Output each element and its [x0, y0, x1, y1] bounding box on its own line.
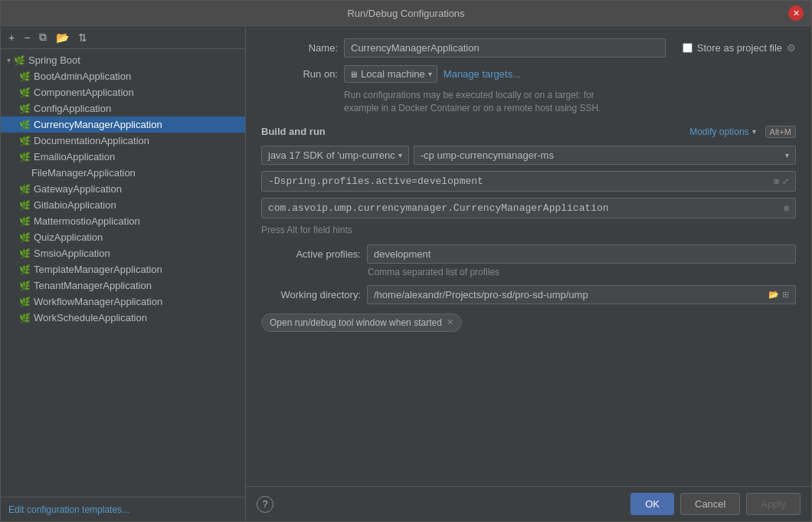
- java-sdk-select[interactable]: java 17 SDK of 'ump-currenc ▾: [261, 146, 409, 165]
- name-input[interactable]: [344, 38, 666, 57]
- expand-icon[interactable]: ⊞: [784, 203, 789, 213]
- spring-icon: 🌿: [19, 200, 31, 211]
- tree-item-currency[interactable]: 🌿 CurrencyManagerApplication: [1, 117, 245, 133]
- tree-item-mattermostio[interactable]: 🌿 MattermostioApplication: [1, 213, 245, 229]
- tree-item-templatemanager[interactable]: 🌿 TemplateManagerApplication: [1, 261, 245, 277]
- folder-icon[interactable]: 📂: [768, 290, 779, 300]
- apply-button[interactable]: Apply: [746, 493, 801, 515]
- item-label: WorkflowManagerApplication: [34, 296, 162, 307]
- main-class-field[interactable]: com.asvoip.ump.currencymanager.CurrencyM…: [261, 198, 796, 218]
- sidebar: + − ⧉ 📂 ⇅ ▾ 🌿 Spring Boot 🌿 BootAdminA: [1, 26, 246, 521]
- name-row: Name: Store as project file ⚙: [261, 38, 796, 57]
- working-dir-input[interactable]: /home/alexandr/Projects/pro-sd/pro-sd-um…: [367, 285, 796, 304]
- run-on-row: Run on: 🖥 Local machine ▾ Manage targets…: [261, 65, 796, 83]
- spring-icon: 🌿: [19, 103, 31, 114]
- tree-item-emailio[interactable]: 🌿 EmailioApplication: [1, 149, 245, 165]
- tree-item-documentation[interactable]: 🌿 DocumentationApplication: [1, 133, 245, 149]
- working-dir-label: Working directory:: [261, 289, 361, 300]
- spring-icon: 🌿: [19, 281, 31, 291]
- cancel-button[interactable]: Cancel: [680, 493, 740, 515]
- sidebar-toolbar: + − ⧉ 📂 ⇅: [1, 26, 245, 49]
- item-label: FileManagerApplication: [31, 167, 136, 179]
- folder-button[interactable]: 📂: [53, 30, 72, 45]
- field-hint: Press Alt for field hints: [261, 225, 796, 235]
- spring-icon: 🌿: [19, 232, 31, 243]
- tag-label: Open run/debug tool window when started: [270, 317, 442, 328]
- name-label: Name:: [261, 42, 338, 54]
- tag-close-icon[interactable]: ✕: [447, 317, 453, 327]
- active-profiles-input[interactable]: [367, 245, 796, 264]
- gear-icon: ⚙: [787, 42, 796, 54]
- name-left: Name:: [261, 38, 683, 57]
- spring-icon: 🌿: [19, 184, 31, 195]
- cp-value: -cp ump-currencymanager-ms: [421, 149, 554, 161]
- expand-icon: ▾: [7, 56, 11, 64]
- expand-icon[interactable]: ⊞: [774, 176, 779, 186]
- item-label: SmsioApplication: [34, 248, 110, 259]
- vm-options-field[interactable]: -Dspring.profiles.active=development ⊞ ⤢: [261, 171, 796, 192]
- tree-item-tenantmanager[interactable]: 🌿 TenantManagerApplication: [1, 277, 245, 294]
- tree-item-workschedule[interactable]: 🌿 WorkScheduleApplication: [1, 310, 245, 326]
- shortcut-badge: Alt+M: [765, 126, 796, 138]
- chevron-down-icon: ▾: [428, 70, 432, 78]
- working-dir-row: Working directory: /home/alexandr/Projec…: [261, 285, 796, 304]
- item-label: WorkScheduleApplication: [34, 312, 147, 323]
- help-button[interactable]: ?: [257, 496, 273, 513]
- tool-window-tag[interactable]: Open run/debug tool window when started …: [261, 314, 462, 332]
- store-checkbox-row: Store as project file ⚙: [683, 42, 796, 54]
- spring-icon: 🌿: [19, 87, 31, 98]
- external-icon[interactable]: ⤢: [782, 176, 789, 186]
- vm-options-value: -Dspring.profiles.active=development: [268, 176, 483, 187]
- copy-config-button[interactable]: ⧉: [36, 29, 50, 45]
- spring-boot-group: ▾ 🌿 Spring Boot 🌿 BootAdminApplication 🌿…: [1, 52, 245, 326]
- active-profiles-label: Active profiles:: [261, 248, 361, 260]
- item-label: DocumentationApplication: [34, 135, 149, 146]
- spring-icon: 🌿: [19, 248, 31, 259]
- tree-item-quiz[interactable]: 🌿 QuizApplication: [1, 229, 245, 245]
- tree-item-bootadmin[interactable]: 🌿 BootAdminApplication: [1, 68, 245, 84]
- tree-item-component[interactable]: 🌿 ComponentApplication: [1, 84, 245, 100]
- tree-item-filemanager[interactable]: FileManagerApplication: [1, 165, 245, 181]
- edit-templates-link[interactable]: Edit configuration templates...: [8, 504, 129, 515]
- main-content: + − ⧉ 📂 ⇅ ▾ 🌿 Spring Boot 🌿 BootAdminA: [1, 26, 811, 521]
- main-class-value: com.asvoip.ump.currencymanager.CurrencyM…: [268, 202, 609, 214]
- config-form: Name: Store as project file ⚙ Run on: 🖥 …: [246, 26, 811, 486]
- active-profiles-row: Active profiles:: [261, 245, 796, 264]
- main-class-icons: ⊞: [784, 203, 789, 213]
- store-label: Store as project file: [697, 42, 782, 54]
- spring-icon: 🌿: [19, 297, 31, 307]
- item-label: GitlabioApplication: [34, 199, 116, 211]
- run-on-select[interactable]: 🖥 Local machine ▾: [344, 65, 437, 83]
- item-label: GatewayApplication: [34, 183, 122, 195]
- action-buttons: OK Cancel Apply: [630, 493, 801, 515]
- close-button[interactable]: ✕: [788, 5, 804, 21]
- tag-pill-container: Open run/debug tool window when started …: [261, 314, 796, 332]
- tree-item-config[interactable]: 🌿 ConfigApplication: [1, 100, 245, 117]
- manage-targets-link[interactable]: Manage targets...: [444, 68, 521, 80]
- modify-options-link[interactable]: Modify options ▾: [689, 126, 755, 137]
- run-info-text: Run configurations may be executed local…: [344, 89, 796, 115]
- tree-item-workflowmanager[interactable]: 🌿 WorkflowManagerApplication: [1, 294, 245, 310]
- item-label: BootAdminApplication: [34, 71, 131, 82]
- expand-icon[interactable]: ⊞: [782, 290, 789, 300]
- spring-boot-icon: 🌿: [14, 55, 25, 66]
- tree-item-gitlabio[interactable]: 🌿 GitlabioApplication: [1, 197, 245, 213]
- right-panel: Name: Store as project file ⚙ Run on: 🖥 …: [246, 26, 811, 521]
- spring-boot-label: Spring Boot: [28, 54, 80, 66]
- tree-item-smsio[interactable]: 🌿 SmsioApplication: [1, 245, 245, 261]
- ok-button[interactable]: OK: [630, 493, 674, 515]
- working-dir-value: /home/alexandr/Projects/pro-sd/pro-sd-um…: [374, 289, 588, 300]
- sort-button[interactable]: ⇅: [75, 30, 90, 45]
- tree-item-gateway[interactable]: 🌿 GatewayApplication: [1, 181, 245, 197]
- remove-config-button[interactable]: −: [21, 30, 33, 45]
- run-debug-dialog: Run/Debug Configurations ✕ + − ⧉ 📂 ⇅ ▾ 🌿…: [0, 0, 812, 522]
- spring-boot-root[interactable]: ▾ 🌿 Spring Boot: [1, 52, 245, 68]
- store-checkbox[interactable]: [683, 43, 692, 53]
- build-run-row: java 17 SDK of 'ump-currenc ▾ -cp ump-cu…: [261, 146, 796, 165]
- item-label: QuizApplication: [34, 231, 103, 243]
- item-label: TenantManagerApplication: [34, 280, 152, 291]
- cp-select[interactable]: -cp ump-currencymanager-ms ▾: [414, 146, 796, 165]
- item-label: ComponentApplication: [34, 87, 134, 98]
- vm-options-icons: ⊞ ⤢: [774, 176, 789, 186]
- add-config-button[interactable]: +: [5, 30, 18, 45]
